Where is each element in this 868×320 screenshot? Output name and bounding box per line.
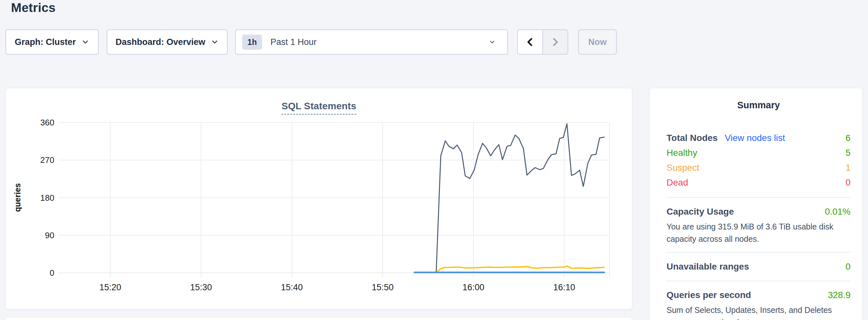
dead-value: 0 [845,178,850,188]
healthy-value: 5 [845,148,850,158]
capacity-usage-label: Capacity Usage [666,206,734,217]
total-nodes-value: 6 [845,133,850,143]
y-tick-label: 270 [40,155,54,165]
chart-title-wrap: SQL Statements [6,100,632,115]
view-nodes-list-link[interactable]: View nodes list [725,133,785,143]
graph-dropdown[interactable]: Graph: Cluster [5,29,99,55]
chevron-right-icon [550,36,561,47]
queries-per-second-value: 328.9 [828,290,850,300]
time-range-picker[interactable]: 1h Past 1 Hour [235,29,508,55]
node-status-block: Total Nodes View nodes list 6 Healthy 5 … [666,131,850,190]
now-button[interactable]: Now [578,29,617,55]
chart-title[interactable]: SQL Statements [281,100,356,115]
x-tick-label: 15:20 [99,283,121,292]
healthy-row: Healthy 5 [666,146,850,160]
x-tick-label: 15:50 [372,283,394,292]
unavailable-ranges-value: 0 [845,261,850,272]
sql-statements-card: SQL Statements queries 15:2015:3015:4015… [5,88,632,309]
x-tick-label: 16:00 [462,283,485,292]
divider [666,281,850,281]
suspect-row: Suspect 1 [666,160,850,175]
y-tick-label: 90 [45,230,54,240]
unavailable-ranges-section: Unavailable ranges 0 [666,260,850,274]
dead-label: Dead [666,178,688,188]
capacity-usage-value: 0.01% [825,206,850,217]
chevron-down-icon [489,38,496,45]
summary-panel: Summary Total Nodes View nodes list 6 He… [649,88,863,320]
sql-statements-chart[interactable]: 15:2015:3015:4015:5016:0016:100901802703… [6,88,632,310]
x-tick-label: 15:30 [190,283,212,292]
queries-per-second-description: Sum of Selects, Updates, Inserts, and De… [666,304,850,320]
time-range-badge: 1h [242,35,262,50]
toolbar: Graph: Cluster Dashboard: Overview 1h Pa… [5,29,617,55]
summary-title: Summary [666,100,850,110]
suspect-label: Suspect [666,163,699,173]
divider [666,197,850,198]
time-step-buttons [517,29,568,55]
dead-row: Dead 0 [666,175,850,190]
metrics-page: Metrics Graph: Cluster Dashboard: Overvi… [0,0,868,320]
x-tick-label: 16:10 [553,283,575,292]
divider [666,252,850,253]
page-title: Metrics [11,1,56,15]
y-tick-label: 360 [40,118,54,127]
y-tick-label: 180 [40,193,54,203]
next-time-button[interactable] [543,30,567,54]
x-tick-label: 15:40 [281,283,303,292]
capacity-usage-description: You are using 315.9 MiB of 3.6 TiB usabl… [666,220,850,245]
unavailable-ranges-label: Unavailable ranges [666,261,749,272]
chevron-down-icon [211,38,219,46]
next-chart-card-sliver [5,317,632,320]
capacity-usage-section: Capacity Usage 0.01% You are using 315.9… [666,205,850,245]
suspect-value: 1 [845,163,850,173]
y-axis-label: queries [13,183,22,212]
total-nodes-label: Total Nodes [666,133,718,143]
total-nodes-row: Total Nodes View nodes list 6 [666,131,850,146]
previous-time-button[interactable] [518,30,543,54]
graph-dropdown-label: Graph: Cluster [14,37,76,47]
chevron-down-icon [81,38,90,46]
dashboard-dropdown[interactable]: Dashboard: Overview [107,29,228,55]
y-tick-label: 0 [50,268,54,278]
chevron-left-icon [525,36,535,47]
series-2-yellow-line [436,266,604,272]
dashboard-dropdown-label: Dashboard: Overview [116,37,205,47]
time-range-label: Past 1 Hour [270,37,317,47]
healthy-label: Healthy [666,148,697,158]
queries-per-second-label: Queries per second [666,290,751,300]
queries-per-second-section: Queries per second 328.9 Sum of Selects,… [666,288,850,320]
